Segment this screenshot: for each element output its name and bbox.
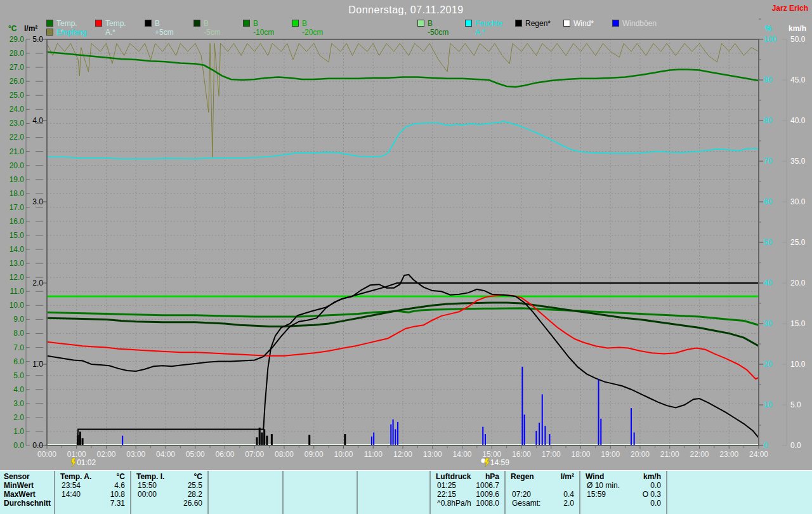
table-cell-value: 1006.7	[429, 482, 499, 490]
gust-bar	[631, 408, 632, 445]
wind-axis-label: 5.0	[790, 400, 801, 409]
temp-axis-label: 8.0	[13, 329, 24, 338]
temp-axis-label: 24.0	[10, 105, 25, 114]
gust-bar	[521, 367, 523, 445]
humidity-axis-label: 90	[764, 76, 773, 84]
humidity-axis-label: 30	[764, 319, 773, 328]
wind-axis-label: 20.0	[790, 279, 806, 287]
hour-label: 01:00	[67, 450, 86, 459]
series-feuchte-a-	[47, 121, 759, 159]
temp-axis-label: 23.0	[10, 119, 25, 128]
humidity-axis-label: 80	[764, 116, 773, 125]
gust-bar	[600, 419, 601, 445]
wind-axis-label: 25.0	[790, 238, 806, 247]
gust-bar	[542, 394, 543, 445]
rain-axis-label: 4.0	[32, 116, 43, 125]
rain-bar	[77, 435, 79, 445]
temp-axis-label: 0.0	[13, 441, 24, 450]
hour-label: 10:00	[334, 450, 353, 459]
temp-axis-label: 16.0	[10, 217, 25, 226]
temp-axis-label: 29.0	[10, 35, 25, 44]
temp-axis-label: 15.0	[10, 231, 25, 240]
humidity-axis-label: 0	[764, 441, 768, 450]
weather-station-day-view: Donnerstag, 07.11.2019 Jarz Erich °C l/m…	[0, 0, 812, 514]
gust-bar	[122, 436, 123, 445]
wind-axis-label: 50.0	[790, 35, 806, 44]
table-divider	[666, 471, 667, 514]
gust-bar	[539, 423, 540, 445]
grid	[47, 39, 759, 445]
hour-label: 17:00	[542, 450, 561, 459]
wind-axis-label: 0.0	[790, 441, 801, 450]
table-row-label: Sensor	[4, 473, 30, 481]
humidity-axis-label: 100	[764, 35, 776, 44]
lightning-icon	[71, 458, 76, 467]
stats-table: SensorMinWertMaxWertDurchschnittTemp. A.…	[0, 470, 812, 514]
wind-axis-label: 10.0	[790, 360, 806, 369]
marker-time-label: 01:02	[77, 458, 96, 467]
table-row-label: MinWert	[4, 482, 34, 490]
gust-bar	[395, 429, 396, 445]
table-cell-value: 0.0	[579, 482, 661, 490]
temp-axis-label: 1.0	[13, 427, 24, 436]
temp-axis-label: 26.0	[10, 77, 25, 86]
gust-bar	[393, 419, 394, 445]
table-cell-value: 28.2	[130, 491, 202, 499]
table-cell-value: 2.0	[504, 499, 574, 508]
temp-axis-label: 14.0	[10, 245, 25, 254]
hour-label: 11:00	[364, 450, 383, 459]
table-col-unit: °C	[54, 473, 125, 481]
gust-bar	[598, 379, 599, 445]
table-row-label: Durchschnitt	[4, 499, 51, 508]
temp-axis-label: 6.0	[13, 357, 24, 366]
weather-chart: 0.01.02.03.04.05.06.07.08.09.010.011.012…	[0, 0, 812, 470]
hour-label: 04:00	[156, 450, 175, 459]
hour-label: 06:00	[215, 450, 234, 459]
temp-axis-label: 5.0	[13, 371, 24, 380]
humidity-axis-label: 60	[764, 197, 773, 206]
table-cell-value: 10.8	[54, 491, 125, 499]
temp-axis-label: 2.0	[13, 413, 24, 422]
table-cell-value: 25.5	[130, 482, 202, 490]
humidity-axis-label: 20	[764, 360, 773, 369]
wind-axis-label: 40.0	[790, 116, 806, 125]
hour-label: 14:00	[452, 450, 471, 459]
temp-axis-label: 13.0	[10, 259, 25, 268]
wind-axis-label: 45.0	[790, 76, 806, 84]
wind-axis-label: 15.0	[790, 319, 806, 328]
hour-label: 16:00	[512, 450, 531, 459]
hour-label: 22:00	[690, 450, 709, 459]
table-cell-value: 1009.6	[429, 491, 499, 499]
hour-label: 20:00	[631, 450, 650, 459]
rain-bar	[344, 434, 346, 445]
hour-label: 21:00	[660, 450, 679, 459]
temp-axis-label: 28.0	[10, 49, 25, 58]
temp-axis-label: 9.0	[13, 315, 24, 324]
humidity-axis-label: 50	[764, 238, 773, 247]
rain-bar	[261, 433, 263, 445]
wind-axis-label: 30.0	[790, 197, 806, 206]
table-col-unit: °C	[130, 473, 202, 481]
hour-label: 03:00	[126, 450, 145, 459]
hour-label: 18:00	[571, 450, 590, 459]
hour-label: 12:00	[393, 450, 412, 459]
table-divider	[282, 471, 284, 514]
hour-label: 00:00	[37, 450, 56, 459]
hour-label: 23:00	[719, 450, 738, 459]
temp-axis-label: 10.0	[10, 301, 25, 310]
rain-axis-label: 2.0	[32, 279, 43, 287]
hour-label: 09:00	[304, 450, 324, 459]
rain-bar	[256, 437, 258, 445]
temp-axis-label: 22.0	[10, 133, 25, 142]
marker-time-label: 14:59	[490, 458, 509, 467]
table-cell-value: 4.6	[54, 482, 125, 490]
table-col-unit: hPa	[429, 473, 499, 481]
table-col-unit: l/m²	[504, 473, 574, 481]
temp-axis-label: 11.0	[10, 287, 25, 296]
gust-bar	[485, 434, 486, 445]
hour-label: 19:00	[601, 450, 620, 459]
hour-label: 15:00	[482, 450, 501, 459]
temp-axis-label: 7.0	[13, 343, 24, 352]
gust-bar	[371, 437, 372, 445]
gust-bar	[549, 434, 550, 445]
